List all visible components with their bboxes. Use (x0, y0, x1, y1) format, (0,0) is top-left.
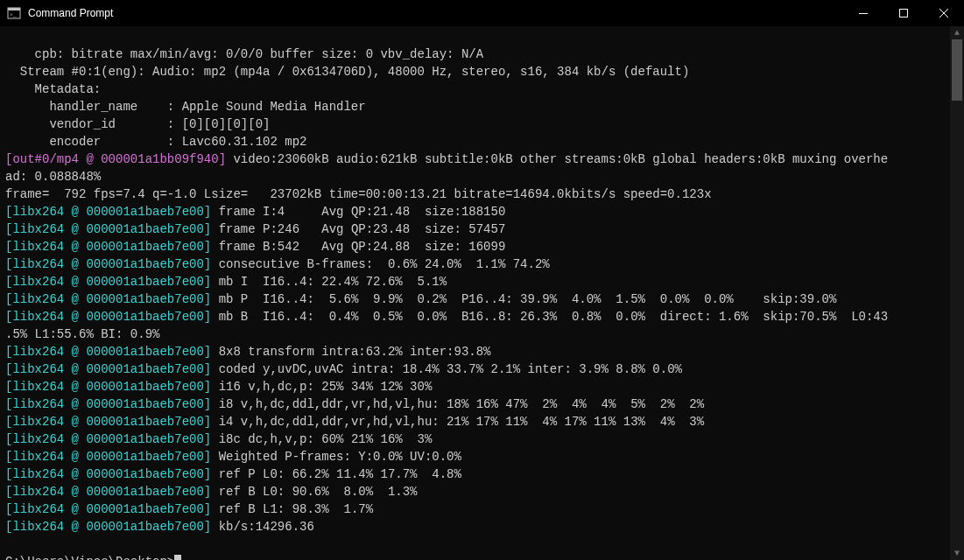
svg-rect-4 (900, 10, 908, 18)
output-line: Stream #0:1(eng): Audio: mp2 (mp4a / 0x6… (5, 65, 689, 79)
output-line: ref B L1: 98.3% 1.7% (211, 502, 373, 516)
prefix-libx264: [libx264 @ 000001a1baeb7e00] (5, 205, 211, 219)
output-line: mb P I16..4: 5.6% 9.9% 0.2% P16..4: 39.9… (211, 292, 836, 306)
terminal-area: cpb: bitrate max/min/avg: 0/0/0 buffer s… (0, 26, 964, 560)
prefix-libx264: [libx264 @ 000001a1baeb7e00] (5, 257, 211, 271)
output-line: Metadata: (5, 82, 101, 96)
output-line: frame= 792 fps=7.4 q=-1.0 Lsize= 23702kB… (5, 187, 712, 201)
prefix-libx264: [libx264 @ 000001a1baeb7e00] (5, 292, 211, 306)
svg-text:>_: >_ (10, 11, 17, 18)
output-line: consecutive B-frames: 0.6% 24.0% 1.1% 74… (211, 257, 549, 271)
output-line: Weighted P-frames: Y:0.0% UV:0.0% (211, 450, 461, 464)
output-line: mb B I16..4: 0.4% 0.5% 0.0% B16..8: 26.3… (211, 310, 888, 324)
vertical-scrollbar[interactable]: ▲ ▼ (950, 26, 964, 560)
minimize-button[interactable] (843, 0, 883, 26)
output-line: encoder : Lavc60.31.102 mp2 (5, 135, 306, 149)
prefix-libx264: [libx264 @ 000001a1baeb7e00] (5, 240, 211, 254)
prefix-libx264: [libx264 @ 000001a1baeb7e00] (5, 222, 211, 236)
output-line: cpb: bitrate max/min/avg: 0/0/0 buffer s… (5, 47, 483, 61)
output-line: video:23060kB audio:621kB subtitle:0kB o… (226, 152, 888, 166)
prefix-libx264: [libx264 @ 000001a1baeb7e00] (5, 502, 211, 516)
terminal-output[interactable]: cpb: bitrate max/min/avg: 0/0/0 buffer s… (0, 26, 950, 560)
prefix-libx264: [libx264 @ 000001a1baeb7e00] (5, 485, 211, 499)
output-line: frame I:4 Avg QP:21.48 size:188150 (211, 205, 505, 219)
svg-rect-1 (8, 8, 20, 10)
prefix-libx264: [libx264 @ 000001a1baeb7e00] (5, 397, 211, 411)
output-line: coded y,uvDC,uvAC intra: 18.4% 33.7% 2.1… (211, 362, 682, 376)
window-title: Command Prompt (26, 4, 843, 22)
titlebar[interactable]: >_ Command Prompt (0, 0, 964, 26)
output-line: 8x8 transform intra:63.2% inter:93.8% (211, 345, 490, 359)
scrollbar-thumb[interactable] (952, 39, 962, 101)
prefix-libx264: [libx264 @ 000001a1baeb7e00] (5, 275, 211, 289)
prefix-libx264: [libx264 @ 000001a1baeb7e00] (5, 345, 211, 359)
output-line: mb I I16..4: 22.4% 72.6% 5.1% (211, 275, 447, 289)
prefix-libx264: [libx264 @ 000001a1baeb7e00] (5, 432, 211, 446)
output-line: handler_name : Apple Sound Media Handler (5, 100, 366, 114)
app-icon: >_ (7, 6, 21, 20)
close-button[interactable] (924, 0, 964, 26)
command-prompt[interactable]: C:\Users\Vince\Desktop> (5, 555, 174, 560)
prefix-libx264: [libx264 @ 000001a1baeb7e00] (5, 467, 211, 481)
prefix-libx264: [libx264 @ 000001a1baeb7e00] (5, 380, 211, 394)
output-line: kb/s:14296.36 (211, 520, 314, 534)
scroll-down-arrow-icon[interactable]: ▼ (950, 547, 964, 560)
prefix-libx264: [libx264 @ 000001a1baeb7e00] (5, 415, 211, 429)
command-prompt-window: >_ Command Prompt cpb: bitrate max/min/a… (0, 0, 964, 560)
output-line: ref P L0: 66.2% 11.4% 17.7% 4.8% (211, 467, 461, 481)
output-line: frame P:246 Avg QP:23.48 size: 57457 (211, 222, 505, 236)
prefix-libx264: [libx264 @ 000001a1baeb7e00] (5, 310, 211, 324)
cursor (174, 555, 181, 560)
output-line: ad: 0.088848% (5, 170, 101, 184)
prefix-out0: [out#0/mp4 @ 000001a1bb09f940] (5, 152, 226, 166)
output-line: i16 v,h,dc,p: 25% 34% 12% 30% (211, 380, 432, 394)
output-line: .5% L1:55.6% BI: 0.9% (5, 327, 159, 341)
output-line: i8c dc,h,v,p: 60% 21% 16% 3% (211, 432, 432, 446)
output-line: i8 v,h,dc,ddl,ddr,vr,hd,vl,hu: 18% 16% 4… (211, 397, 704, 411)
scroll-up-arrow-icon[interactable]: ▲ (950, 26, 964, 39)
output-line: ref B L0: 90.6% 8.0% 1.3% (211, 485, 417, 499)
output-line: frame B:542 Avg QP:24.88 size: 16099 (211, 240, 505, 254)
svg-rect-3 (859, 13, 868, 14)
maximize-button[interactable] (883, 0, 924, 26)
prefix-libx264: [libx264 @ 000001a1baeb7e00] (5, 362, 211, 376)
prefix-libx264: [libx264 @ 000001a1baeb7e00] (5, 450, 211, 464)
output-line: i4 v,h,dc,ddl,ddr,vr,hd,vl,hu: 21% 17% 1… (211, 415, 704, 429)
prefix-libx264: [libx264 @ 000001a1baeb7e00] (5, 520, 211, 534)
output-line: vendor_id : [0][0][0][0] (5, 117, 270, 131)
